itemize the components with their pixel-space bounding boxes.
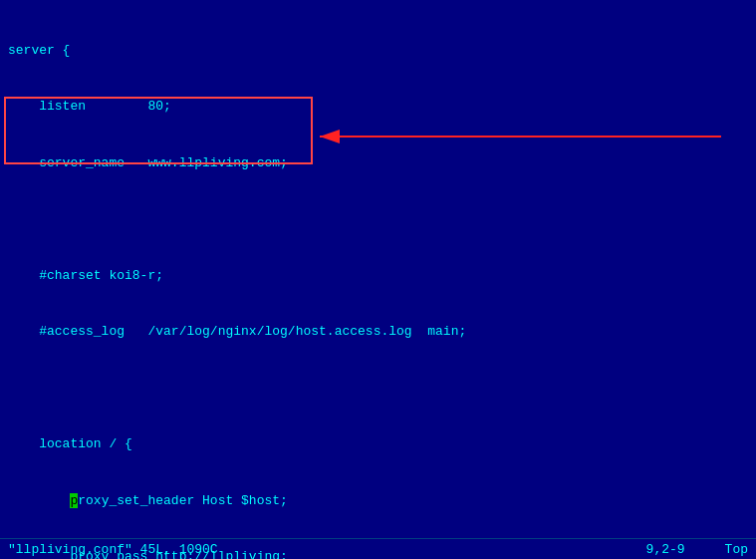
code-line: server {	[8, 42, 748, 61]
code-line: server_name www.llpliving.com;	[8, 154, 748, 173]
code-line: #charset koi8-r;	[8, 267, 748, 286]
green-cursor: p	[70, 493, 78, 508]
code-line: listen 80;	[8, 98, 748, 117]
code-line	[8, 380, 748, 399]
annotation-arrow	[315, 122, 723, 151]
code-line: location / {	[8, 435, 748, 454]
code-line: proxy_set_header Host $host;	[8, 492, 748, 511]
code-editor[interactable]: server { listen 80; server_name www.llpl…	[0, 0, 756, 538]
code-line	[8, 210, 748, 229]
code-line: proxy_pass http://llpliving;	[8, 548, 748, 559]
code-line: #access_log /var/log/nginx/log/host.acce…	[8, 323, 748, 342]
